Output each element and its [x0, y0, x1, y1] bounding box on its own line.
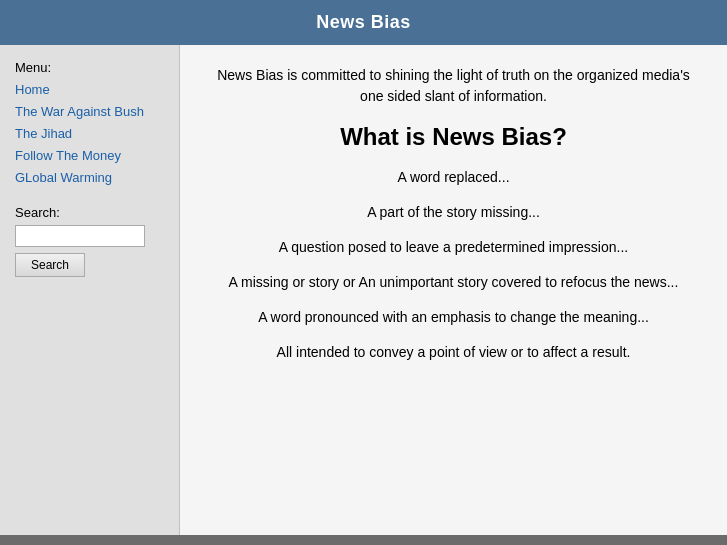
content-item: A word replaced...	[210, 167, 697, 188]
nav-link[interactable]: Follow The Money	[15, 145, 164, 167]
nav-link[interactable]: The Jihad	[15, 123, 164, 145]
site-header: News Bias	[0, 0, 727, 45]
site-title: News Bias	[0, 12, 727, 33]
outer-wrapper: News Bias Menu: HomeThe War Against Bush…	[0, 0, 727, 545]
nav-item: GLobal Warming	[15, 167, 164, 189]
sidebar: Menu: HomeThe War Against BushThe JihadF…	[0, 45, 180, 535]
sidebar-nav: HomeThe War Against BushThe JihadFollow …	[15, 79, 164, 189]
content-item: A missing or story or An unimportant sto…	[210, 272, 697, 293]
content-item: A question posed to leave a predetermine…	[210, 237, 697, 258]
menu-label: Menu:	[15, 60, 164, 75]
page-container: Menu: HomeThe War Against BushThe JihadF…	[0, 45, 727, 535]
search-label: Search:	[15, 205, 164, 220]
search-input[interactable]	[15, 225, 145, 247]
nav-list: HomeThe War Against BushThe JihadFollow …	[15, 79, 164, 189]
nav-item: Home	[15, 79, 164, 101]
content-item: A word pronounced with an emphasis to ch…	[210, 307, 697, 328]
intro-text: News Bias is committed to shining the li…	[210, 65, 697, 107]
content-item: A part of the story missing...	[210, 202, 697, 223]
main-heading: What is News Bias?	[210, 123, 697, 151]
nav-link[interactable]: GLobal Warming	[15, 167, 164, 189]
nav-item: The War Against Bush	[15, 101, 164, 123]
nav-item: Follow The Money	[15, 145, 164, 167]
content-item: All intended to convey a point of view o…	[210, 342, 697, 363]
nav-link[interactable]: The War Against Bush	[15, 101, 164, 123]
nav-item: The Jihad	[15, 123, 164, 145]
main-content: News Bias is committed to shining the li…	[180, 45, 727, 535]
content-items: A word replaced...A part of the story mi…	[210, 167, 697, 363]
nav-link[interactable]: Home	[15, 79, 164, 101]
search-button[interactable]: Search	[15, 253, 85, 277]
